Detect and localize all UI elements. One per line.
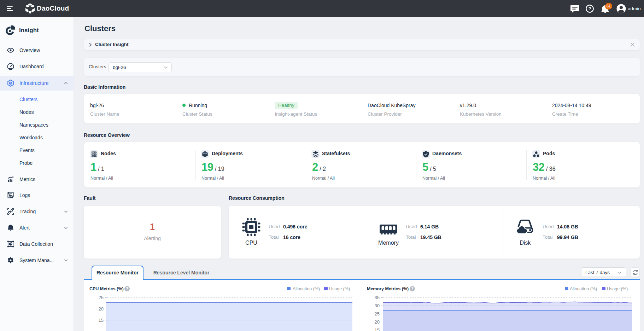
svg-text:25: 25 [375,311,380,317]
svg-text:20: 20 [99,306,104,312]
svg-text:25: 25 [99,295,104,300]
svg-text:30: 30 [375,303,380,308]
svg-text:15: 15 [99,318,104,323]
svg-text:?: ? [588,6,591,11]
svg-text:35: 35 [375,295,380,300]
svg-text:15: 15 [375,327,380,331]
svg-text:20: 20 [375,319,380,325]
